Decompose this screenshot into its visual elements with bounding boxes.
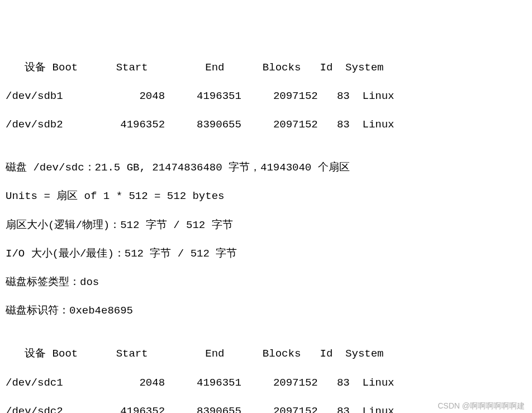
disk-identifier: 磁盘标识符：0xeb4e8695 [6, 304, 526, 319]
io-size: I/O 大小(最小/最佳)：512 字节 / 512 字节 [6, 247, 526, 262]
partition-table-header: 设备 Boot Start End Blocks Id System [6, 347, 526, 362]
disk-summary: 磁盘 /dev/sdc：21.5 GB, 21474836480 字节，4194… [6, 161, 526, 175]
partition-table-header: 设备 Boot Start End Blocks Id System [6, 61, 526, 75]
watermark: CSDN @啊啊啊啊啊啊建 [438, 401, 525, 411]
table-row: /dev/sdb1 2048 4196351 2097152 83 Linux [6, 89, 526, 104]
table-row: /dev/sdc1 2048 4196351 2097152 83 Linux [6, 376, 526, 391]
sector-size: 扇区大小(逻辑/物理)：512 字节 / 512 字节 [6, 219, 526, 233]
table-row: /dev/sdb2 4196352 8390655 2097152 83 Lin… [6, 118, 526, 132]
disk-units: Units = 扇区 of 1 * 512 = 512 bytes [6, 189, 526, 204]
disk-label-type: 磁盘标签类型：dos [6, 276, 526, 290]
